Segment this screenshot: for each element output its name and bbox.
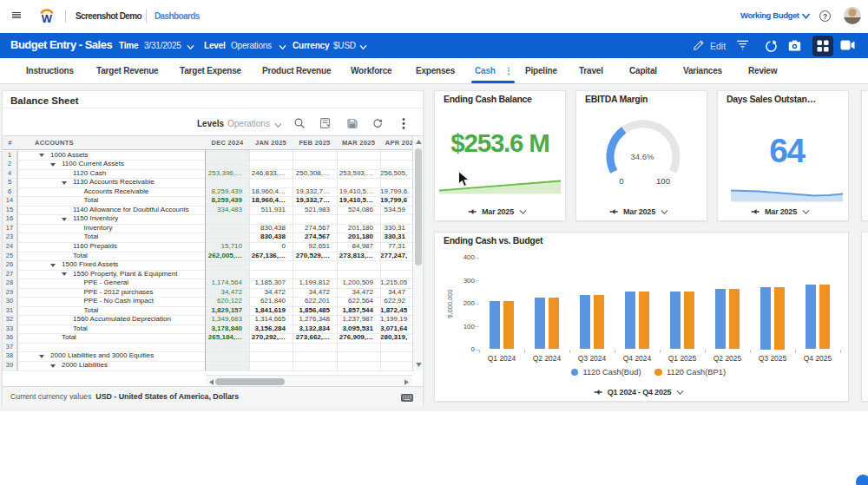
- svg-text:W: W: [42, 12, 53, 25]
